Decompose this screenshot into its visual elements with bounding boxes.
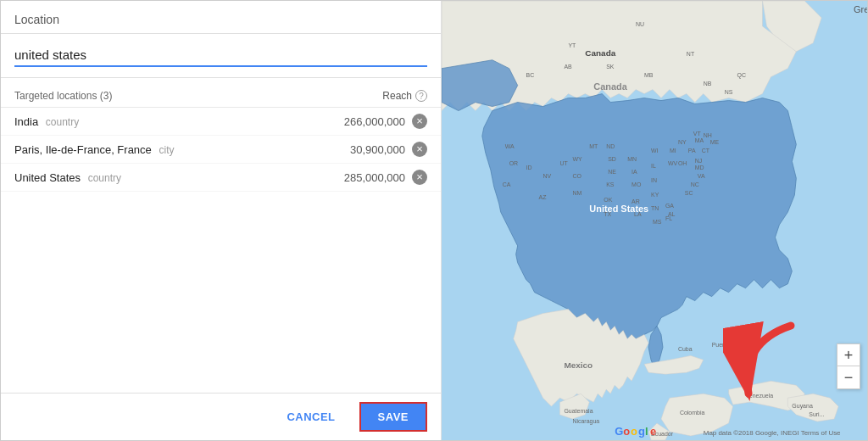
cancel-button[interactable]: CANCEL — [276, 404, 345, 430]
left-panel: Location Targeted locations (3) Reach ? … — [1, 1, 442, 440]
location-name-type: Paris, Ile-de-France, France city — [14, 143, 174, 156]
remove-location-button[interactable] — [412, 114, 427, 129]
svg-text:WY: WY — [572, 156, 582, 162]
svg-text:Guyana: Guyana — [792, 403, 813, 410]
reach-label: Reach — [382, 90, 412, 102]
list-item: Paris, Ile-de-France, France city 30,900… — [1, 136, 441, 164]
svg-text:SD: SD — [608, 156, 616, 162]
footer: CANCEL SAVE — [1, 393, 441, 440]
location-name: Paris, Ile-de-France, France — [14, 143, 152, 156]
targeted-locations-label: Targeted locations (3) — [14, 90, 112, 102]
remove-location-button[interactable] — [412, 170, 427, 185]
location-type: city — [159, 144, 174, 156]
svg-text:Canada: Canada — [585, 48, 615, 58]
location-right: 266,000,000 — [344, 114, 427, 129]
svg-text:ND: ND — [606, 143, 615, 149]
remove-location-button[interactable] — [412, 142, 427, 157]
svg-text:Cuba: Cuba — [678, 346, 693, 352]
svg-text:Suri...: Suri... — [809, 411, 824, 417]
table-header-row: Targeted locations (3) Reach ? — [1, 85, 441, 108]
svg-text:OH: OH — [678, 160, 687, 166]
svg-text:Colombia: Colombia — [680, 410, 705, 416]
svg-text:NV: NV — [543, 173, 552, 179]
svg-text:NE: NE — [608, 169, 616, 175]
svg-text:NH: NH — [704, 132, 712, 138]
mexico-map-label: Mexico — [564, 360, 593, 370]
svg-text:WI: WI — [651, 148, 659, 154]
location-name-type: India country — [14, 115, 79, 128]
svg-text:MT: MT — [589, 143, 598, 149]
svg-text:CT: CT — [702, 148, 710, 154]
location-name: India — [14, 115, 38, 128]
svg-text:WV: WV — [668, 160, 678, 166]
svg-text:PA: PA — [688, 148, 696, 154]
svg-text:TN: TN — [651, 205, 659, 211]
location-reach: 285,000,000 — [344, 171, 405, 184]
location-name: United States — [14, 171, 81, 184]
us-map-label: United States — [589, 204, 648, 214]
svg-text:NB: NB — [704, 81, 712, 87]
map-panel: YT NU NT QC MB SK AB BC Canada NB NS Cub… — [442, 1, 867, 440]
svg-text:MB: MB — [644, 72, 654, 78]
corner-label: Gre — [854, 4, 867, 14]
svg-text:IL: IL — [651, 163, 656, 169]
svg-text:Map data ©2018 Google, INEGI  : Map data ©2018 Google, INEGI Terms of Us… — [704, 429, 841, 437]
svg-text:GA: GA — [665, 203, 674, 209]
svg-text:g: g — [638, 425, 645, 438]
panel-header: Location — [1, 1, 441, 34]
svg-text:KY: KY — [651, 192, 659, 198]
map-svg: YT NU NT QC MB SK AB BC Canada NB NS Cub… — [442, 1, 867, 440]
save-button[interactable]: SAVE — [359, 402, 427, 432]
canada-map-label: Canada — [593, 81, 627, 92]
search-input[interactable] — [14, 44, 427, 67]
svg-text:NU: NU — [636, 21, 644, 27]
zoom-in-button[interactable]: + — [837, 344, 860, 366]
location-right: 285,000,000 — [344, 170, 427, 185]
svg-text:OK: OK — [604, 197, 612, 203]
svg-text:YT: YT — [568, 42, 576, 48]
svg-text:CO: CO — [572, 173, 581, 179]
svg-text:NM: NM — [572, 190, 581, 196]
location-reach: 30,900,000 — [350, 143, 405, 156]
svg-text:o: o — [623, 425, 630, 438]
svg-text:NT: NT — [687, 51, 695, 57]
svg-text:IA: IA — [632, 169, 637, 175]
locations-table: Targeted locations (3) Reach ? India cou… — [1, 78, 441, 393]
svg-text:ME: ME — [710, 139, 720, 145]
svg-text:FL: FL — [665, 215, 672, 221]
map-controls: + − — [837, 343, 860, 389]
search-area — [1, 34, 441, 78]
list-item: United States country 285,000,000 — [1, 164, 441, 192]
location-right: 30,900,000 — [350, 142, 427, 157]
svg-text:ID: ID — [526, 165, 532, 170]
svg-text:Puerto Rico: Puerto Rico — [712, 342, 743, 348]
main-container: Location Targeted locations (3) Reach ? … — [1, 1, 867, 440]
location-name-type: United States country — [14, 171, 121, 184]
zoom-out-button[interactable]: − — [837, 366, 860, 388]
svg-text:NY: NY — [678, 139, 687, 145]
svg-text:G: G — [615, 425, 623, 438]
svg-text:KS: KS — [606, 181, 615, 187]
svg-text:SK: SK — [606, 64, 615, 70]
svg-text:Guatemala: Guatemala — [564, 408, 593, 414]
location-type: country — [46, 116, 79, 128]
location-reach: 266,000,000 — [344, 115, 405, 128]
svg-text:AB: AB — [564, 64, 572, 70]
svg-text:IN: IN — [651, 177, 657, 183]
svg-text:NJ: NJ — [695, 158, 703, 164]
svg-text:NC: NC — [691, 181, 699, 187]
list-item: India country 266,000,000 — [1, 108, 441, 136]
reach-help-icon[interactable]: ? — [415, 90, 427, 102]
svg-text:AZ: AZ — [539, 194, 548, 200]
svg-text:QC: QC — [737, 72, 746, 79]
svg-text:o: o — [631, 425, 637, 438]
svg-text:VT: VT — [693, 131, 702, 137]
svg-text:MO: MO — [632, 181, 642, 187]
svg-text:Nicaragua: Nicaragua — [572, 418, 599, 425]
reach-header: Reach ? — [382, 90, 427, 102]
svg-text:MI: MI — [670, 148, 676, 154]
svg-text:e: e — [650, 425, 656, 438]
svg-text:UT: UT — [559, 160, 568, 166]
svg-text:NS: NS — [725, 89, 733, 95]
location-type: country — [88, 172, 121, 184]
